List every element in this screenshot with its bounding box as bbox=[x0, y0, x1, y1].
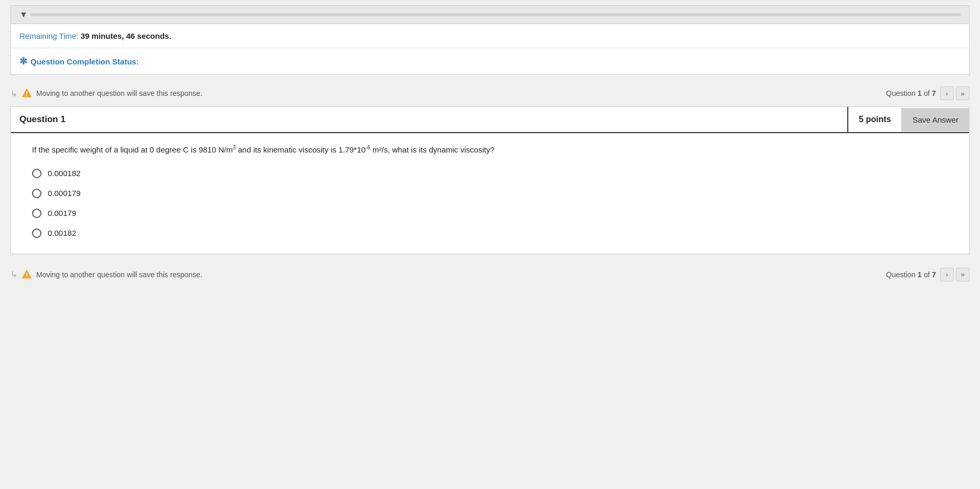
bottom-warning-text: Moving to another question will save thi… bbox=[36, 270, 203, 279]
radio-option-3[interactable] bbox=[32, 209, 41, 218]
option-label-1: 0.000182 bbox=[48, 169, 81, 178]
bottom-nav-bar: ↳ ! Moving to another question will save… bbox=[0, 259, 980, 290]
question-box: Question 1 5 points Save Answer If the s… bbox=[10, 106, 970, 254]
question-header: Question 1 5 points Save Answer bbox=[11, 107, 969, 133]
option-label-2: 0.000179 bbox=[48, 189, 81, 198]
question-title: Question 1 bbox=[19, 114, 66, 124]
page-wrapper: ▼ Remaining Time: 39 minutes, 46 seconds… bbox=[0, 5, 980, 290]
question-points-area: 5 points Save Answer bbox=[847, 107, 969, 132]
bottom-next-question-button[interactable]: › bbox=[940, 268, 954, 281]
remaining-time-label: Remaining Time: bbox=[19, 31, 79, 40]
top-nav-bar: ↳ ! Moving to another question will save… bbox=[0, 80, 980, 106]
save-answer-button[interactable]: Save Answer bbox=[902, 108, 969, 132]
list-item: 0.000182 bbox=[32, 169, 948, 178]
options-list: 0.000182 0.000179 0.00179 0.00182 bbox=[32, 169, 948, 238]
nav-arrow-icon: ↳ bbox=[10, 89, 17, 99]
question-text: If the specific weight of a liquid at 0 … bbox=[32, 144, 948, 156]
nav-left-warning: ↳ ! Moving to another question will save… bbox=[10, 88, 203, 99]
list-item: 0.000179 bbox=[32, 189, 948, 198]
timer-progress-bar bbox=[30, 13, 961, 16]
bottom-nav-right: Question 1 of 7 › » bbox=[886, 268, 970, 281]
radio-option-1[interactable] bbox=[32, 169, 41, 178]
bottom-nav-arrow-icon: ↳ bbox=[10, 269, 17, 279]
question-title-area: Question 1 bbox=[11, 107, 847, 132]
points-label: 5 points bbox=[848, 107, 902, 132]
question-body: If the specific weight of a liquid at 0 … bbox=[11, 133, 969, 254]
option-label-3: 0.00179 bbox=[48, 209, 76, 218]
completion-status: ✼ Question Completion Status: bbox=[11, 48, 969, 74]
radio-option-4[interactable] bbox=[32, 229, 41, 238]
warning-icon: ! bbox=[22, 88, 32, 99]
completion-label: Question Completion Status: bbox=[30, 57, 139, 66]
bottom-question-of-label: Question 1 of 7 bbox=[886, 270, 936, 279]
last-question-button[interactable]: » bbox=[956, 86, 970, 100]
timer-text: Remaining Time: 39 minutes, 46 seconds. bbox=[11, 24, 969, 48]
timer-box: ▼ Remaining Time: 39 minutes, 46 seconds… bbox=[10, 5, 970, 75]
bottom-last-question-button[interactable]: » bbox=[956, 268, 970, 281]
timer-minutes: 39 minutes, bbox=[81, 31, 126, 40]
question-of-label: Question 1 of 7 bbox=[886, 89, 936, 97]
bottom-warning-icon: ! bbox=[22, 269, 32, 280]
nav-right: Question 1 of 7 › » bbox=[886, 86, 970, 100]
svg-text:!: ! bbox=[26, 91, 28, 97]
timer-bar: ▼ bbox=[11, 6, 969, 24]
radio-option-2[interactable] bbox=[32, 189, 41, 198]
next-question-button[interactable]: › bbox=[940, 86, 954, 100]
nav-warning-text: Moving to another question will save thi… bbox=[36, 89, 203, 97]
option-label-4: 0.00182 bbox=[48, 229, 76, 237]
completion-icon: ✼ bbox=[19, 56, 27, 67]
list-item: 0.00179 bbox=[32, 209, 948, 218]
timer-seconds: 46 seconds. bbox=[126, 31, 171, 40]
svg-text:!: ! bbox=[26, 272, 28, 278]
collapse-arrow-icon[interactable]: ▼ bbox=[19, 10, 28, 19]
bottom-nav-left-warning: ↳ ! Moving to another question will save… bbox=[10, 269, 203, 280]
list-item: 0.00182 bbox=[32, 229, 948, 238]
